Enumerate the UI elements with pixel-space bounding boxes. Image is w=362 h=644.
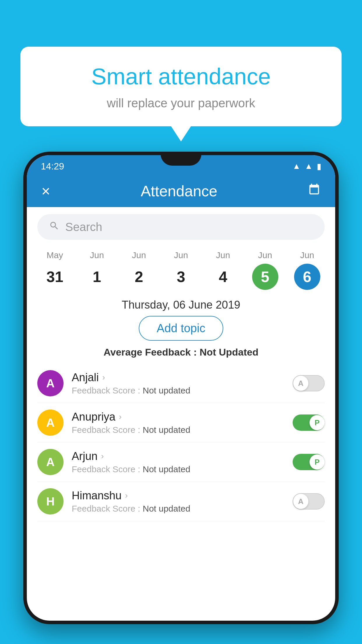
chevron-right-icon: › [102, 373, 105, 382]
calendar-day[interactable]: Jun1 [84, 250, 110, 290]
day-number-label: 2 [126, 264, 152, 290]
day-month-label: Jun [174, 250, 188, 260]
calendar-icon[interactable] [308, 183, 321, 199]
calendar-day[interactable]: Jun4 [210, 250, 236, 290]
toggle-knob: A [293, 376, 308, 391]
student-item[interactable]: AAnjali ›Feedback Score : Not updatedA [37, 364, 325, 403]
status-time: 14:29 [41, 161, 64, 172]
student-info: Arjun ›Feedback Score : Not updated [72, 450, 284, 474]
student-name: Anupriya › [72, 411, 284, 423]
close-button[interactable]: × [41, 182, 50, 200]
phone-screen: 14:29 ▲ ▲ ▮ × Attendance [27, 155, 335, 621]
calendar-day[interactable]: May31 [42, 250, 68, 290]
attendance-toggle[interactable]: A [293, 493, 325, 510]
day-number-label: 4 [210, 264, 236, 290]
add-topic-button[interactable]: Add topic [139, 316, 224, 341]
speech-bubble-subtitle: will replace your paperwork [44, 96, 318, 110]
student-name: Himanshu › [72, 489, 284, 502]
attendance-toggle[interactable]: P [293, 454, 325, 470]
phone-frame: 14:29 ▲ ▲ ▮ × Attendance [23, 152, 339, 624]
calendar-day[interactable]: Jun6 [294, 250, 320, 290]
phone-container: 14:29 ▲ ▲ ▮ × Attendance [23, 152, 339, 644]
avg-feedback-value: Not Updated [200, 346, 259, 358]
wifi-icon: ▲ [293, 162, 301, 171]
toggle-knob: P [310, 415, 325, 430]
attendance-toggle[interactable]: P [293, 414, 325, 431]
avg-feedback-label: Average Feedback : [103, 346, 199, 358]
student-feedback: Feedback Score : Not updated [72, 504, 284, 514]
battery-icon: ▮ [317, 162, 321, 171]
speech-bubble: Smart attendance will replace your paper… [20, 47, 342, 126]
calendar-day[interactable]: Jun3 [168, 250, 194, 290]
phone-notch [161, 152, 201, 166]
student-name: Anjali › [72, 371, 284, 384]
toggle-knob: P [310, 454, 325, 470]
day-month-label: Jun [132, 250, 146, 260]
attendance-toggle[interactable]: A [293, 375, 325, 391]
chevron-right-icon: › [101, 452, 104, 461]
day-number-label: 3 [168, 264, 194, 290]
student-avatar: H [37, 488, 64, 514]
student-name: Arjun › [72, 450, 284, 463]
student-feedback: Feedback Score : Not updated [72, 386, 284, 396]
student-list: AAnjali ›Feedback Score : Not updatedAAA… [27, 361, 335, 524]
student-feedback: Feedback Score : Not updated [72, 464, 284, 474]
student-info: Anupriya ›Feedback Score : Not updated [72, 411, 284, 435]
day-month-label: Jun [216, 250, 230, 260]
student-avatar: A [37, 449, 64, 475]
chevron-right-icon: › [125, 491, 128, 500]
app-header: × Attendance [27, 175, 335, 207]
student-avatar: A [37, 410, 64, 436]
student-item[interactable]: AAnupriya ›Feedback Score : Not updatedP [37, 403, 325, 442]
student-item[interactable]: AArjun ›Feedback Score : Not updatedP [37, 442, 325, 482]
search-bar[interactable]: Search [37, 214, 325, 240]
student-info: Anjali ›Feedback Score : Not updated [72, 371, 284, 396]
day-number-label: 5 [252, 264, 278, 290]
speech-bubble-title: Smart attendance [44, 64, 318, 89]
day-number-label: 31 [42, 264, 68, 290]
signal-icon: ▲ [305, 162, 313, 171]
toggle-knob: A [293, 494, 308, 509]
calendar-day[interactable]: Jun5 [252, 250, 278, 290]
day-number-label: 1 [84, 264, 110, 290]
day-month-label: May [47, 250, 63, 260]
search-icon [49, 220, 59, 234]
student-avatar: A [37, 370, 64, 396]
student-feedback: Feedback Score : Not updated [72, 425, 284, 435]
speech-bubble-container: Smart attendance will replace your paper… [20, 47, 342, 126]
day-number-label: 6 [294, 264, 320, 290]
day-month-label: Jun [258, 250, 272, 260]
selected-date: Thursday, 06 June 2019 [27, 293, 335, 316]
student-item[interactable]: HHimanshu ›Feedback Score : Not updatedA [37, 482, 325, 521]
student-info: Himanshu ›Feedback Score : Not updated [72, 489, 284, 514]
calendar-strip: May31Jun1Jun2Jun3Jun4Jun5Jun6 [27, 244, 335, 293]
calendar-day[interactable]: Jun2 [126, 250, 152, 290]
day-month-label: Jun [90, 250, 104, 260]
chevron-right-icon: › [119, 412, 122, 421]
avg-feedback: Average Feedback : Not Updated [27, 341, 335, 361]
header-title: Attendance [141, 182, 217, 200]
search-placeholder: Search [65, 220, 102, 234]
day-month-label: Jun [300, 250, 314, 260]
status-icons: ▲ ▲ ▮ [293, 162, 321, 171]
